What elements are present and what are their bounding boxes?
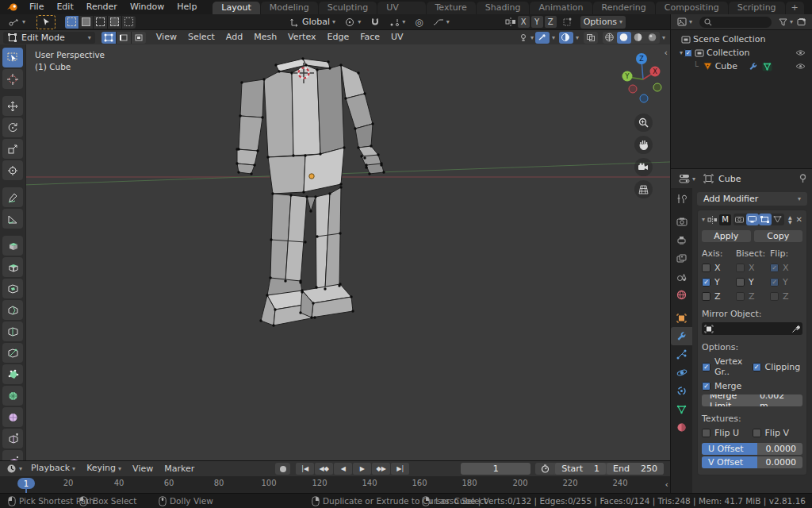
tool-bevel[interactable] [2,300,23,320]
overlays-toggle[interactable] [559,32,573,44]
tab-tool[interactable] [671,190,692,208]
solid-shading-button[interactable] [617,32,631,44]
tool-spin[interactable] [2,386,23,406]
snap-toggle[interactable] [367,16,383,29]
tool-shear[interactable] [2,450,23,460]
select-invert-button[interactable] [108,16,122,29]
face-select-button[interactable] [132,32,146,44]
pin-icon[interactable] [799,174,807,183]
disclosure-triangle-icon[interactable]: ▾ [680,49,683,56]
copy-button[interactable]: Copy [754,230,803,242]
gizmos-toggle[interactable] [535,32,550,44]
snap-cursor-icon[interactable] [561,17,574,27]
editor-type-button[interactable]: ▾ [5,16,29,29]
pan-view-button[interactable] [634,136,653,154]
orientation-gizmo[interactable]: Z X Y [621,48,665,110]
timeline-editor-type-button[interactable]: ▾ [3,463,25,475]
vertex-groups-checkbox[interactable]: Vertex Gr.. [702,356,753,377]
tool-smooth[interactable] [2,407,23,427]
properties-editor-type-button[interactable]: ▾ [676,172,699,185]
eyedropper-icon[interactable] [791,325,800,333]
tab-layout[interactable]: Layout [213,2,259,14]
outliner-row-scene-collection[interactable]: Scene Collection [671,33,812,46]
rendered-shading-button[interactable] [645,32,660,44]
modifier-reorder-buttons[interactable]: ▲▼ [788,215,792,225]
options-dropdown[interactable]: Options ▾ [580,16,626,29]
proportional-editing-toggle[interactable]: ◎ [412,16,426,29]
u-offset-slider[interactable]: U Offset 0.0000 [702,443,802,455]
prev-keyframe-button[interactable]: ◀◆ [315,463,333,475]
tab-modeling[interactable]: Modeling [261,2,318,14]
merge-checkbox[interactable]: Merge [702,381,753,391]
tool-poly-build[interactable] [2,364,23,384]
tab-constraints[interactable] [671,382,692,400]
bisect-y-checkbox[interactable]: Y [736,277,768,287]
select-subtract-button[interactable] [94,16,108,29]
tab-object-data[interactable] [671,400,692,418]
snap-target-dropdown[interactable]: ▾ [386,16,408,29]
shading-dropdown[interactable]: ▾ [662,34,665,41]
outliner-row-collection[interactable]: ▾ Collection [671,46,812,60]
tab-physics[interactable] [671,364,692,382]
camera-view-button[interactable] [634,158,653,176]
overlays-dropdown[interactable]: ▾ [576,34,579,41]
tab-scripting[interactable]: Scripting [729,2,785,14]
jump-to-end-button[interactable]: ▶| [391,463,409,475]
select-extend-button[interactable] [79,16,94,29]
tool-inset-faces[interactable] [2,279,23,298]
tab-world[interactable] [671,286,692,304]
flip-z-checkbox[interactable]: Z [770,291,802,302]
tool-add-cube[interactable] [2,236,23,256]
play-button[interactable]: ▶ [353,463,371,475]
tool-scale[interactable] [2,139,23,159]
menu-edit[interactable]: Edit [50,0,79,14]
new-collection-button[interactable] [796,17,807,27]
v-offset-slider[interactable]: V Offset 0.0000 [702,456,802,468]
gizmos-dropdown[interactable]: ▾ [552,34,555,41]
menu-add[interactable]: Add [220,30,248,44]
tool-tweak-select[interactable] [2,48,23,67]
xray-toggle[interactable] [584,32,598,44]
tool-extrude-region[interactable] [2,257,23,277]
tool-knife[interactable] [2,343,23,363]
flip-y-checkbox[interactable]: Y [770,277,802,287]
auto-keyframe-button[interactable] [275,463,290,475]
eye-icon[interactable] [795,63,806,70]
tab-particles[interactable] [671,345,692,364]
play-reverse-button[interactable]: ◀ [334,463,352,475]
menu-marker[interactable]: Marker [159,462,200,476]
blender-logo[interactable] [6,2,18,12]
tab-texture-paint[interactable]: Texture Paint [427,2,476,14]
axis-x-checkbox[interactable]: X [702,263,734,273]
vertex-select-button[interactable] [102,32,117,44]
show-object-types-dropdown[interactable]: ▾ [519,32,534,44]
remove-modifier-button[interactable]: ✕ [796,215,802,224]
mirror-object-field[interactable] [702,322,802,335]
playhead-badge[interactable]: 1 [17,478,35,489]
tab-shading[interactable]: Shading [477,2,530,14]
clipping-checkbox[interactable]: Clipping [753,356,803,377]
tab-material[interactable] [671,418,692,437]
tool-loop-cut[interactable] [2,321,23,341]
outliner-row-cube[interactable]: └ Cube [671,60,812,73]
menu-render[interactable]: Render [80,0,124,14]
apply-button[interactable]: Apply [702,230,751,242]
tab-uv-editing[interactable]: UV Editing [377,2,425,14]
timeline-collapse-arrow[interactable]: ‹ [665,479,668,490]
tab-scene[interactable] [671,267,692,286]
edit-mode-toggle[interactable] [759,214,772,225]
outliner-filter-dropdown[interactable]: ▾ [776,16,796,29]
menu-view[interactable]: View [151,30,182,44]
pivot-point-dropdown[interactable]: ▾ [342,16,364,29]
tool-transform[interactable] [2,160,23,180]
next-keyframe-button[interactable]: ◆▶ [372,463,390,475]
tab-view-layer[interactable] [671,249,692,267]
proportional-falloff-dropdown[interactable]: ▾ [430,16,453,29]
use-preview-range-button[interactable] [536,463,554,475]
flip-u-checkbox[interactable]: Flip U [702,428,753,438]
mesh-cube-object[interactable] [0,44,670,460]
select-intersect-button[interactable] [122,16,136,29]
menu-uv[interactable]: UV [385,30,409,44]
menu-mesh[interactable]: Mesh [248,30,282,44]
edge-select-button[interactable] [117,32,132,44]
